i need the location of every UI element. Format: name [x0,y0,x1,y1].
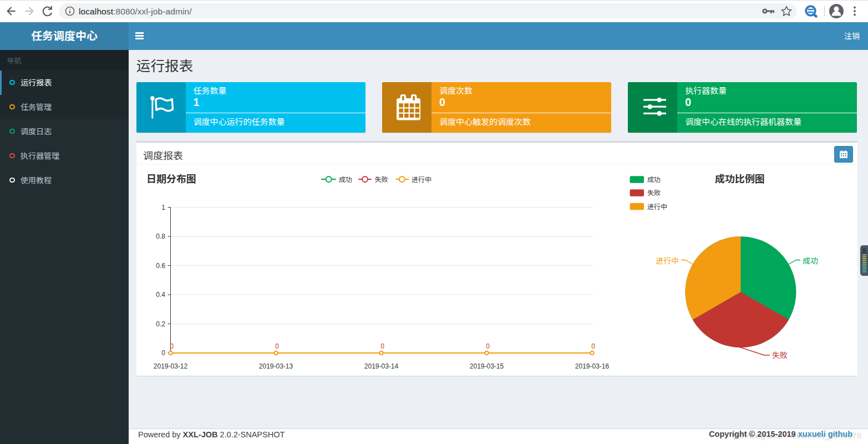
svg-text:0.6: 0.6 [156,262,165,270]
svg-text:2019-03-13: 2019-03-13 [259,362,293,370]
svg-text:1: 1 [161,204,165,211]
svg-text:日期分布图: 日期分布图 [146,174,196,185]
svg-text:进行中: 进行中 [656,256,679,265]
svg-text:0: 0 [486,342,490,350]
svg-text:进行中: 进行中 [412,176,432,184]
svg-text:2019-03-14: 2019-03-14 [364,362,399,370]
svg-text:进行中: 进行中 [647,203,667,211]
svg-text:0.4: 0.4 [156,291,165,299]
svg-text:0: 0 [591,342,595,350]
svg-text:失败: 失败 [772,351,788,360]
svg-text:0: 0 [380,342,384,350]
svg-text:0: 0 [275,342,279,350]
svg-text:0: 0 [170,342,174,350]
svg-text:成功: 成功 [803,256,818,265]
svg-text:0: 0 [161,349,165,357]
svg-text:成功比例图: 成功比例图 [715,174,765,185]
svg-text:0.2: 0.2 [156,320,165,328]
svg-text:2019-03-12: 2019-03-12 [154,362,188,370]
svg-text:失败: 失败 [375,176,388,184]
svg-text:2019-03-16: 2019-03-16 [575,362,610,370]
svg-text:成功: 成功 [647,176,661,184]
svg-text:0.8: 0.8 [156,233,165,240]
svg-text:成功: 成功 [339,176,352,184]
svg-text:2019-03-15: 2019-03-15 [470,362,504,370]
svg-text:失败: 失败 [647,189,661,197]
